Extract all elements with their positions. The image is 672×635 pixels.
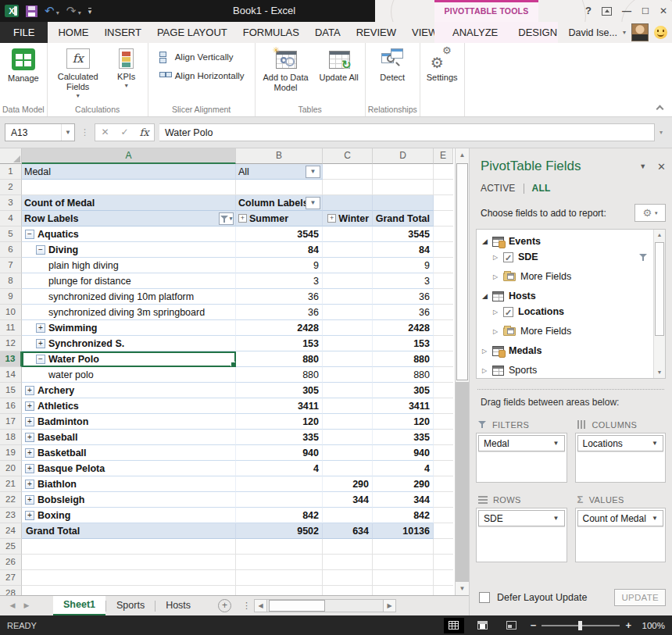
row-header[interactable]: 16 — [0, 398, 22, 414]
cell[interactable]: Row Labels▾ — [22, 211, 236, 227]
cell[interactable] — [434, 398, 453, 414]
select-all-corner[interactable] — [0, 148, 22, 164]
cell[interactable] — [323, 258, 373, 273]
row-header[interactable]: 8 — [0, 273, 22, 289]
cell[interactable] — [22, 180, 236, 195]
row-header[interactable]: 19 — [0, 445, 22, 461]
cancel-icon[interactable]: ✕ — [95, 124, 115, 141]
row-header[interactable]: 6 — [0, 242, 22, 258]
ribbon-display-options-icon[interactable] — [602, 7, 612, 16]
cell[interactable]: 344 — [323, 492, 373, 508]
cell[interactable] — [323, 273, 373, 289]
scrollbar-track[interactable] — [456, 382, 469, 582]
expand-icon[interactable]: + — [36, 339, 45, 348]
cell[interactable] — [323, 289, 373, 305]
filter-dropdown-icon[interactable]: ▼ — [306, 166, 320, 178]
cell[interactable]: synchronized diving 3m springboard — [22, 305, 236, 320]
sheet-tab-hosts[interactable]: Hosts — [155, 596, 201, 615]
cell[interactable] — [434, 180, 453, 195]
cell[interactable]: 84 — [236, 242, 323, 258]
sheet-nav-left-icon[interactable]: ◀ — [6, 596, 19, 615]
expand-triangle-icon[interactable]: ▷ — [493, 254, 503, 261]
scroll-down-icon[interactable]: ▼ — [456, 582, 469, 595]
cell[interactable]: 153 — [236, 336, 323, 351]
scroll-up-icon[interactable]: ▲ — [654, 230, 665, 241]
cell[interactable] — [434, 351, 453, 367]
cell[interactable]: 305 — [373, 383, 434, 398]
pane-close-icon[interactable]: ✕ — [657, 161, 666, 173]
cell[interactable] — [323, 570, 373, 586]
cell[interactable] — [373, 539, 434, 555]
cell[interactable] — [323, 336, 373, 351]
cell[interactable]: Grand Total — [373, 211, 434, 227]
cell[interactable]: 3 — [236, 273, 323, 289]
field-checkbox[interactable]: ✓ — [503, 252, 513, 262]
expand-icon[interactable]: + — [238, 214, 247, 223]
vertical-scrollbar[interactable]: ▲ ▼ — [455, 148, 469, 595]
cell[interactable]: 3545 — [236, 227, 323, 242]
collapse-triangle-icon[interactable]: ◢ — [482, 237, 492, 245]
tab-formulas[interactable]: FORMULAS — [235, 22, 307, 43]
name-box[interactable]: A13 ▼ — [5, 123, 75, 141]
cell[interactable] — [323, 367, 373, 383]
cell[interactable]: 3545 — [373, 227, 434, 242]
cell[interactable] — [373, 555, 434, 570]
expand-icon[interactable]: + — [36, 323, 45, 333]
scrollbar-thumb[interactable] — [655, 242, 664, 336]
cell[interactable] — [373, 164, 434, 180]
insert-function-icon[interactable]: fx — [134, 124, 154, 141]
pane-tab-all[interactable]: ALL — [532, 183, 551, 194]
scrollbar-thumb[interactable] — [456, 163, 468, 380]
row-header[interactable]: 10 — [0, 305, 22, 320]
cell[interactable] — [434, 586, 453, 595]
cell[interactable] — [323, 383, 373, 398]
expand-triangle-icon[interactable]: ▷ — [493, 309, 503, 316]
cell[interactable]: 880 — [236, 351, 323, 367]
cell[interactable] — [236, 476, 323, 492]
cell[interactable] — [434, 492, 453, 508]
cell[interactable]: 9502 — [236, 523, 323, 539]
expand-icon[interactable]: + — [25, 511, 34, 520]
row-header[interactable]: 26 — [0, 555, 22, 570]
cell[interactable] — [323, 555, 373, 570]
cell[interactable] — [434, 320, 453, 336]
calculated-fields-button[interactable]: fxCalculated Fields▼ — [50, 45, 106, 98]
scroll-left-icon[interactable]: ◀ — [254, 599, 267, 612]
save-icon[interactable] — [26, 5, 38, 17]
cell[interactable]: +Archery — [22, 383, 236, 398]
row-header[interactable]: 9 — [0, 289, 22, 305]
chevron-down-icon[interactable]: ▼ — [553, 440, 559, 447]
cell[interactable] — [323, 414, 373, 430]
cell[interactable]: 84 — [373, 242, 434, 258]
expand-icon[interactable]: + — [25, 448, 34, 458]
field-list-scrollbar[interactable]: ▲ ▼ — [653, 230, 665, 378]
sheet-tab-sports[interactable]: Sports — [106, 596, 155, 615]
cell[interactable]: +Biathlon — [22, 476, 236, 492]
cell[interactable]: Medal — [22, 164, 236, 180]
cell[interactable] — [434, 430, 453, 445]
cell[interactable] — [434, 523, 453, 539]
redo-button[interactable]: ↷ ▾ — [66, 4, 81, 18]
expand-icon[interactable]: + — [25, 401, 34, 411]
tools-button[interactable]: ⚙▾ — [634, 204, 666, 222]
collapse-icon[interactable]: − — [36, 245, 45, 255]
cell[interactable]: plain high diving — [22, 258, 236, 273]
cell[interactable] — [323, 508, 373, 523]
values-area[interactable]: Count of Medal▼ — [575, 508, 667, 562]
cell[interactable] — [434, 273, 453, 289]
cell[interactable]: Column Labels▼ — [236, 195, 323, 211]
update-button[interactable]: UPDATE — [614, 589, 666, 606]
cell[interactable] — [236, 539, 323, 555]
cell[interactable] — [434, 164, 453, 180]
cell[interactable]: 3411 — [236, 398, 323, 414]
minimize-button[interactable]: — — [622, 0, 631, 22]
scroll-down-icon[interactable]: ▼ — [654, 367, 665, 378]
scrollbar-thumb[interactable] — [269, 600, 325, 612]
expand-icon[interactable]: + — [25, 386, 34, 395]
cell[interactable] — [22, 539, 236, 555]
row-header[interactable]: 7 — [0, 258, 22, 273]
tab-file[interactable]: FILE — [0, 22, 48, 43]
cell[interactable] — [434, 461, 453, 476]
cell[interactable] — [236, 180, 323, 195]
cell[interactable]: 120 — [236, 414, 323, 430]
